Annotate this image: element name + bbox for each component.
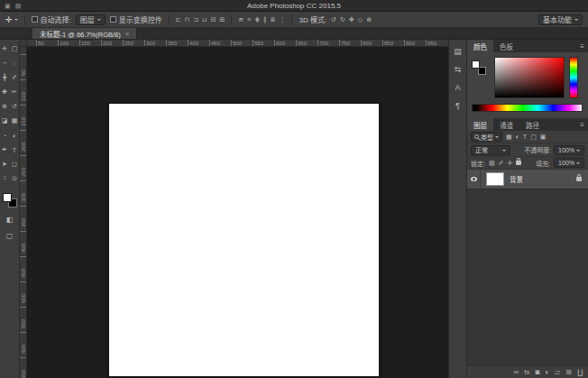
horizontal-ruler[interactable]: 5010015020025030035040045050055060065070… bbox=[27, 40, 448, 47]
ruler-tick: 500 bbox=[231, 40, 253, 46]
layers-footer-icon[interactable]: ◙ bbox=[535, 368, 539, 376]
lock-all-icon[interactable] bbox=[516, 161, 521, 165]
workspace-switcher[interactable]: 基本功能 bbox=[538, 14, 583, 25]
healing-brush-tool[interactable]: ✚ bbox=[0, 85, 10, 99]
distribute-icon[interactable]: ⋮ bbox=[279, 16, 285, 23]
quick-selection-tool[interactable]: ◌ bbox=[10, 56, 20, 70]
paragraph-panel-icon[interactable]: ¶ bbox=[455, 101, 460, 110]
filter-icon[interactable]: ◐ bbox=[516, 134, 519, 140]
dodge-tool[interactable]: ◐ bbox=[10, 128, 20, 143]
align-icon[interactable]: ⊟ bbox=[210, 16, 216, 23]
filter-icon[interactable]: ▢ bbox=[530, 134, 537, 141]
character-panel-icon[interactable]: A bbox=[455, 83, 460, 92]
align-icon[interactable]: ⊓ bbox=[185, 16, 189, 23]
panel-tab[interactable]: 图层 bbox=[467, 118, 493, 131]
背景[interactable]: 背景 bbox=[467, 170, 588, 189]
adjustments-panel-icon[interactable]: ⇆ bbox=[455, 65, 462, 74]
eyedropper-tool[interactable]: ✐ bbox=[10, 70, 20, 85]
titlebar-icon[interactable]: ▤ bbox=[15, 3, 22, 10]
type-tool[interactable]: T bbox=[10, 143, 20, 157]
layers-footer-icon[interactable]: ▱ bbox=[555, 368, 560, 376]
opacity-dropdown[interactable]: 100% bbox=[554, 145, 584, 155]
zoom-tool[interactable]: ⊙ bbox=[10, 171, 20, 186]
saturation-brightness-picker[interactable] bbox=[494, 57, 565, 98]
blur-tool[interactable]: ◔ bbox=[0, 128, 10, 143]
visibility-eye-icon[interactable] bbox=[471, 177, 477, 181]
canvas-area[interactable] bbox=[27, 47, 448, 378]
align-icon[interactable]: ⊞ bbox=[219, 16, 225, 23]
clone-stamp-tool[interactable]: ⊕ bbox=[0, 99, 10, 114]
crop-tool[interactable]: ╋ bbox=[0, 70, 10, 85]
quick-mask-button[interactable]: ◧ bbox=[6, 216, 14, 224]
close-icon[interactable]: × bbox=[125, 30, 130, 38]
distribute-icon[interactable]: ≣ bbox=[271, 16, 276, 23]
path-selection-tool[interactable]: ➤ bbox=[0, 157, 10, 171]
color-ramp[interactable] bbox=[472, 104, 583, 112]
layers-footer-icon[interactable]: fx bbox=[524, 368, 529, 376]
filter-icon[interactable]: T bbox=[523, 134, 527, 140]
lock-icon[interactable]: ✐ bbox=[499, 160, 504, 167]
3d-mode-icon[interactable]: ✥ bbox=[349, 16, 354, 23]
shape-tool[interactable]: ◻ bbox=[10, 157, 20, 171]
foreground-background-swatches[interactable] bbox=[3, 193, 17, 207]
hue-slider[interactable] bbox=[569, 57, 578, 98]
fill-dropdown[interactable]: 100% bbox=[554, 158, 584, 168]
move-tool-icon: ✛ bbox=[5, 15, 13, 24]
screen-mode-button[interactable]: ▢ bbox=[6, 232, 14, 240]
distribute-icon[interactable]: ⋕ bbox=[254, 16, 260, 23]
gradient-tool[interactable]: ▦ bbox=[10, 114, 20, 128]
document-tab[interactable]: 未标题-1 @ 66.7%(RGB/8) × bbox=[32, 28, 137, 39]
eraser-tool[interactable]: ◪ bbox=[0, 114, 10, 128]
auto-select-dropdown[interactable]: 图层 bbox=[76, 14, 106, 25]
hand-tool[interactable]: ☟ bbox=[0, 171, 10, 186]
color-fg-bg-swatches[interactable] bbox=[472, 60, 486, 75]
3d-mode-icon[interactable]: ↻ bbox=[340, 16, 345, 23]
filter-type-dropdown[interactable]: 类型 bbox=[471, 132, 502, 142]
ruler-tick: 300 bbox=[144, 40, 166, 46]
titlebar-icon[interactable]: ▣ bbox=[5, 3, 11, 10]
3d-mode-icon[interactable]: ⊕ bbox=[366, 16, 372, 23]
panel-menu-icon[interactable]: ≡ bbox=[580, 40, 584, 52]
panel-tab[interactable]: 色板 bbox=[493, 40, 519, 52]
panel-tab[interactable]: 通道 bbox=[493, 118, 519, 131]
blend-mode-dropdown[interactable]: 正常 bbox=[471, 145, 510, 155]
brush-tool[interactable]: ✏ bbox=[10, 85, 20, 99]
history-panel-icon[interactable]: ▤ bbox=[454, 47, 462, 56]
show-transform-checkbox[interactable]: 显示变换控件 bbox=[110, 14, 162, 24]
3d-mode-icon[interactable]: ◇ bbox=[358, 16, 363, 23]
distribute-icon[interactable]: ≡ bbox=[247, 16, 251, 23]
pen-tool[interactable]: ✒ bbox=[0, 143, 10, 157]
visibility-cell[interactable] bbox=[467, 170, 481, 189]
lasso-tool[interactable]: ∽ bbox=[0, 56, 10, 70]
vertical-ruler[interactable]: 5010015020025030035040045050055060065070… bbox=[20, 47, 27, 378]
align-icon[interactable]: ⊏ bbox=[176, 16, 181, 23]
align-icon[interactable]: ⊔ bbox=[202, 16, 207, 23]
layers-footer-icon[interactable]: ∞ bbox=[513, 368, 519, 376]
lock-icon[interactable]: ▨ bbox=[489, 160, 495, 167]
layer-thumbnail[interactable] bbox=[486, 172, 504, 186]
marquee-tool[interactable]: ▢ bbox=[10, 41, 20, 56]
history-brush-tool[interactable]: ↺ bbox=[10, 99, 20, 114]
align-icon[interactable]: ⊐ bbox=[193, 16, 198, 23]
layers-footer-icon[interactable]: ◐ bbox=[545, 368, 549, 376]
distribute-icon[interactable]: ≋ bbox=[238, 16, 243, 23]
filter-icon[interactable]: ▣ bbox=[540, 134, 547, 141]
chevron-down-icon bbox=[97, 19, 101, 23]
move-tool[interactable]: ✛ bbox=[0, 41, 10, 56]
foreground-color-swatch[interactable] bbox=[3, 193, 12, 202]
layers-footer-icon[interactable]: ⊞ bbox=[565, 368, 572, 376]
tool-preset-dropdown[interactable]: ✛ bbox=[5, 15, 18, 24]
lock-icon[interactable]: ✛ bbox=[507, 160, 512, 167]
3d-mode-icon[interactable]: ↺ bbox=[331, 16, 336, 23]
filter-icon[interactable]: ▦ bbox=[506, 134, 512, 141]
panel-tab[interactable]: 颜色 bbox=[467, 40, 493, 52]
panel-tab[interactable]: 路径 bbox=[519, 118, 546, 131]
ruler-tick: 350 bbox=[20, 206, 27, 227]
panel-menu-icon[interactable]: ≡ bbox=[580, 118, 584, 131]
separator bbox=[291, 14, 292, 25]
distribute-icon[interactable]: ∥ bbox=[263, 16, 267, 23]
document-canvas[interactable] bbox=[109, 104, 379, 376]
layers-footer-icon[interactable]: ∐ bbox=[577, 368, 583, 376]
auto-select-checkbox[interactable]: 自动选择: bbox=[32, 14, 71, 24]
foreground-color-chip[interactable] bbox=[472, 60, 480, 69]
